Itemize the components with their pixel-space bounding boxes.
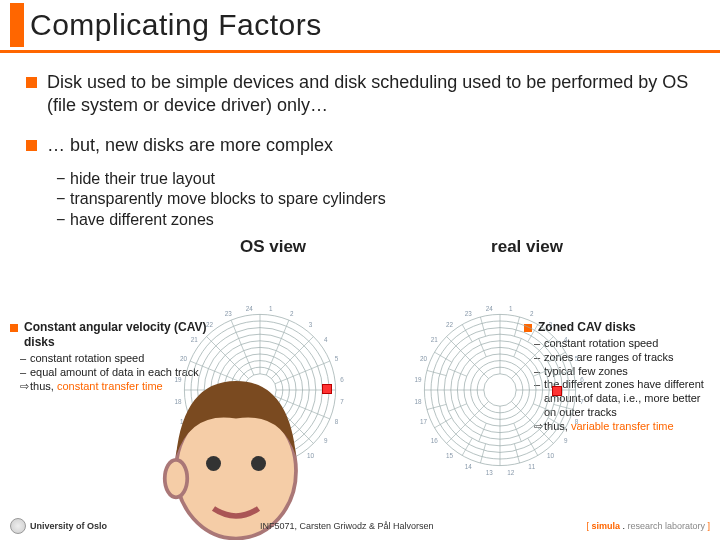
svg-line-253 xyxy=(479,435,482,441)
uio-text: University of Oslo xyxy=(30,521,107,531)
svg-line-84 xyxy=(225,355,230,360)
svg-line-259 xyxy=(479,338,482,344)
svg-line-201 xyxy=(516,406,521,411)
sub-item: −hide their true layout xyxy=(56,169,694,190)
svg-line-53 xyxy=(246,357,249,363)
uio-block: University of Oslo xyxy=(10,518,107,534)
svg-line-225 xyxy=(461,374,467,377)
svg-line-68 xyxy=(230,360,235,365)
svg-text:4: 4 xyxy=(324,336,328,343)
svg-text:17: 17 xyxy=(420,418,428,425)
svg-line-327 xyxy=(447,337,452,342)
svg-text:1: 1 xyxy=(509,305,513,312)
svg-line-149 xyxy=(231,320,234,326)
svg-line-316 xyxy=(535,450,538,456)
svg-text:16: 16 xyxy=(431,437,439,444)
svg-line-227 xyxy=(484,351,487,357)
svg-line-233 xyxy=(539,406,545,409)
svg-line-278 xyxy=(446,359,452,362)
svg-line-257 xyxy=(448,369,454,372)
svg-line-243 xyxy=(481,345,484,351)
svg-line-303 xyxy=(451,341,456,346)
svg-line-329 xyxy=(480,317,482,323)
svg-line-242 xyxy=(465,355,470,360)
sub-list: −hide their true layout −transparently m… xyxy=(56,169,694,231)
svg-line-323 xyxy=(427,408,433,410)
svg-line-222 xyxy=(470,415,475,420)
course-text: INF5071, Carsten Griwodz & Pål Halvorsen xyxy=(260,521,434,531)
svg-text:21: 21 xyxy=(431,336,439,343)
svg-line-319 xyxy=(480,457,482,463)
svg-line-326 xyxy=(435,352,441,355)
svg-text:2: 2 xyxy=(530,310,534,317)
svg-line-291 xyxy=(544,434,549,439)
footer: University of Oslo INF5071, Carsten Griw… xyxy=(0,518,720,534)
svg-line-103 xyxy=(279,338,282,344)
svg-line-266 xyxy=(548,418,554,421)
svg-line-85 xyxy=(241,345,244,351)
svg-point-180 xyxy=(251,456,266,471)
svg-text:21: 21 xyxy=(191,336,199,343)
svg-text:8: 8 xyxy=(575,418,579,425)
svg-line-272 xyxy=(469,438,472,444)
svg-line-321 xyxy=(447,439,452,444)
svg-text:15: 15 xyxy=(446,452,454,459)
svg-text:12: 12 xyxy=(507,469,515,476)
svg-line-305 xyxy=(482,323,484,329)
svg-line-315 xyxy=(549,439,554,444)
svg-line-246 xyxy=(530,355,535,360)
svg-line-314 xyxy=(560,425,566,428)
svg-line-100 xyxy=(221,351,226,356)
title-accent xyxy=(10,3,24,47)
svg-line-271 xyxy=(484,444,486,450)
svg-line-132 xyxy=(211,341,216,346)
svg-line-101 xyxy=(239,338,242,344)
svg-text:22: 22 xyxy=(206,321,214,328)
svg-text:6: 6 xyxy=(580,376,584,383)
svg-line-209 xyxy=(521,411,526,416)
svg-line-262 xyxy=(535,351,540,356)
svg-line-133 xyxy=(234,326,237,332)
svg-line-296 xyxy=(466,444,469,450)
svg-line-231 xyxy=(533,374,539,377)
svg-line-199 xyxy=(511,374,516,379)
svg-line-119 xyxy=(281,332,284,338)
svg-line-235 xyxy=(516,429,519,435)
svg-line-308 xyxy=(531,330,534,336)
svg-line-301 xyxy=(433,372,439,374)
cav-i1: constant rotation speed xyxy=(30,352,144,366)
svg-line-197 xyxy=(484,374,489,379)
svg-line-286 xyxy=(548,359,554,362)
svg-line-117 xyxy=(236,332,239,338)
bullet-1: Disk used to be simple devices and disk … xyxy=(26,71,694,116)
svg-line-287 xyxy=(554,374,560,376)
svg-line-254 xyxy=(461,425,466,430)
svg-line-219 xyxy=(514,423,517,429)
svg-line-280 xyxy=(469,336,472,342)
svg-line-71 xyxy=(274,351,277,357)
os-view-disk: 123456789101112131415161718192021222324 xyxy=(170,300,350,480)
svg-line-284 xyxy=(528,336,531,342)
svg-line-309 xyxy=(544,341,549,346)
svg-text:24: 24 xyxy=(486,305,494,312)
highlight-sector xyxy=(322,384,332,394)
svg-text:13: 13 xyxy=(486,469,494,476)
svg-line-322 xyxy=(435,425,441,428)
svg-line-279 xyxy=(456,346,461,351)
svg-text:18: 18 xyxy=(414,398,422,405)
svg-text:24: 24 xyxy=(246,305,254,312)
svg-point-182 xyxy=(484,374,516,406)
svg-point-179 xyxy=(206,456,221,471)
svg-line-245 xyxy=(516,345,519,351)
svg-line-247 xyxy=(539,371,545,374)
real-view-disk: 123456789101112131415161718192021222324 xyxy=(410,300,590,480)
svg-line-275 xyxy=(440,404,446,406)
svg-line-335 xyxy=(567,370,573,372)
svg-line-217 xyxy=(533,404,539,407)
real-view-label: real view xyxy=(400,237,654,257)
svg-line-249 xyxy=(545,409,551,412)
svg-line-215 xyxy=(521,365,526,370)
svg-line-293 xyxy=(516,450,518,456)
simula-logo: [ simula . research laboratory ] xyxy=(586,521,710,531)
sub-1: hide their true layout xyxy=(70,169,215,190)
